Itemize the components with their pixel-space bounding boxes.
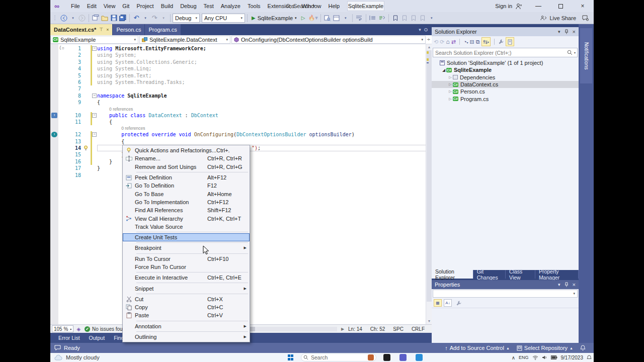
bookmark-icon[interactable] [391, 14, 399, 23]
chevron-down-icon[interactable]: ▾ [419, 27, 421, 32]
gear-icon[interactable]: ⛭ [424, 27, 428, 33]
context-menu-item-copy[interactable]: CopyCtrl+C [123, 303, 250, 311]
menu-help[interactable]: Help [325, 0, 344, 12]
window-position-dropdown-icon[interactable]: ▾ [558, 29, 560, 34]
tree-item-dependencies[interactable]: ▷Dependencies [432, 74, 579, 81]
breakpoint-margin[interactable] [50, 158, 66, 165]
property-pages-wrench-icon[interactable] [456, 300, 462, 306]
tool-tab-solution-explorer[interactable]: Solution Explorer [432, 270, 473, 279]
vertical-scrollbar[interactable]: ▲ ▼ [426, 44, 432, 324]
maximize-button[interactable] [549, 0, 572, 12]
menu-tools[interactable]: Tools [244, 0, 264, 12]
context-menu-item-force-run-to-cursor[interactable]: Force Run To Cursor [123, 263, 250, 271]
bell-icon[interactable] [580, 345, 586, 351]
scroll-right-arrow[interactable]: ▶ [341, 327, 344, 331]
notifications-tab[interactable]: Notifications [580, 28, 592, 83]
breakpoint-margin[interactable] [50, 99, 66, 106]
context-menu-item-track-value-source[interactable]: Track Value Source [123, 223, 250, 231]
context-menu-item-annotation[interactable]: Annotation▶ [123, 322, 250, 330]
taskbar-weather[interactable]: Mostly cloudy [54, 354, 100, 360]
pin-icon[interactable] [565, 29, 569, 34]
eol-indicator[interactable]: CRLF [412, 326, 425, 332]
tree-item-solution-sqliteexample-1-of-1-project[interactable]: Solution 'SqliteExample' (1 of 1 project… [432, 59, 579, 66]
taskbar-app-teams-icon[interactable] [399, 354, 407, 361]
comment-icon[interactable] [378, 14, 386, 23]
back-icon[interactable]: ⟲ [434, 39, 438, 45]
breakpoint-margin[interactable] [50, 65, 66, 72]
close-icon[interactable]: × [573, 282, 576, 288]
tree-expand-arrow[interactable]: ▷ [448, 97, 453, 101]
bottom-tab-error-list[interactable]: Error List [54, 333, 84, 343]
column-indicator[interactable]: Ch: 52 [370, 326, 385, 332]
solution-explorer-header[interactable]: Solution Explorer ▾ × [432, 27, 579, 36]
code-line-2[interactable]: 2using System; [50, 52, 432, 58]
code-line-7[interactable]: 7 [50, 85, 432, 92]
select-repository-button[interactable]: Select Repository ▲ [517, 345, 573, 351]
categorized-icon[interactable]: ▦ [434, 299, 442, 307]
menu-build[interactable]: Build [157, 0, 177, 12]
breakpoint-margin[interactable]: ↑ [50, 131, 66, 138]
context-menu-item-find-all-references[interactable]: Find All ReferencesShift+F12 [123, 206, 250, 214]
menu-debug[interactable]: Debug [177, 0, 200, 12]
context-menu-item-remove-and-sort-usings[interactable]: Remove and Sort UsingsCtrl+R, Ctrl+G [123, 163, 250, 171]
bookmark-prev-icon[interactable] [400, 14, 409, 23]
switch-views-icon[interactable]: ⇄ [451, 39, 456, 45]
code-line-4[interactable]: 4using System.Linq; [50, 65, 432, 72]
search-icon[interactable] [567, 50, 573, 55]
undo-dropdown[interactable]: ▾ [141, 14, 149, 23]
collapse-all-icon[interactable]: ⊟ [470, 39, 474, 45]
context-menu-item-quick-actions-and-refactorings[interactable]: Quick Actions and Refactorings...Ctrl+. [123, 146, 250, 154]
context-menu-item-outlining[interactable]: Outlining▶ [123, 333, 250, 341]
context-menu-item-create-unit-tests[interactable]: Create Unit Tests [123, 233, 250, 241]
solution-configuration-dropdown[interactable]: Debug▾ [173, 14, 200, 23]
language-indicator[interactable]: ENG [519, 355, 529, 360]
alphabetical-icon[interactable]: A↓ [444, 299, 452, 307]
code-line-11[interactable]: 11 { [50, 119, 432, 125]
close-icon[interactable]: × [573, 29, 576, 35]
code-line-13[interactable]: 13 { [50, 138, 432, 145]
start-debugging-button[interactable]: ▶ SqliteExample ▾ [250, 13, 299, 23]
tree-item-sqliteexample[interactable]: ◢C#SqliteExample [432, 66, 579, 73]
save-button[interactable] [110, 14, 118, 23]
hidden-icons-chevron[interactable]: ∧ [512, 355, 515, 360]
navbar-member-dropdown[interactable]: OnConfiguring(DbContextOptionsBuilder op… [231, 36, 426, 44]
word-wrap-icon[interactable] [355, 14, 363, 23]
context-menu-item-breakpoint[interactable]: Breakpoint▶ [123, 244, 250, 252]
context-menu-item-paste[interactable]: PasteCtrl+V [123, 311, 250, 319]
toolbar-options-overflow[interactable]: ▾ [428, 14, 436, 23]
split-editor-handle[interactable]: ÷ [426, 35, 432, 44]
tool-tab-property-manager[interactable]: Property Manager [535, 270, 579, 279]
breakpoint-margin[interactable] [50, 119, 66, 125]
navigate-forward-button[interactable] [78, 14, 86, 23]
start-button[interactable] [288, 354, 294, 360]
lightbulb-icon[interactable] [83, 145, 89, 151]
zoom-level-dropdown[interactable]: 105 %▾ [52, 325, 73, 332]
line-indicator[interactable]: Ln: 14 [348, 326, 362, 332]
indent-icon[interactable] [369, 14, 377, 23]
code-line-1[interactable]: 1−using Microsoft.EntityFrameworkCore; [50, 45, 432, 52]
breakpoint-margin[interactable] [50, 85, 66, 92]
feedback-icon[interactable] [582, 15, 589, 21]
redo-button[interactable]: ↷ [150, 14, 158, 23]
spaces-indicator[interactable]: SPC [393, 326, 404, 332]
bookmark-next-icon[interactable] [410, 14, 418, 23]
menu-git[interactable]: Git [119, 0, 133, 12]
solution-explorer-search[interactable]: ▾ [433, 48, 578, 57]
window-position-dropdown-icon[interactable]: ▾ [558, 282, 560, 287]
context-menu-item-go-to-definition[interactable]: Go To DefinitionF12 [123, 182, 250, 190]
doc-tab-personcs[interactable]: Person.cs [113, 24, 144, 35]
clock-date[interactable]: 9/17/2023 [561, 355, 584, 360]
menu-file[interactable]: File [67, 0, 84, 12]
battery-icon[interactable] [551, 355, 557, 359]
context-menu-item-peek-definition[interactable]: Peek DefinitionAlt+F12 [123, 173, 250, 182]
context-menu-item-go-to-base[interactable]: Go To BaseAlt+Home [123, 190, 250, 198]
menu-project[interactable]: Project [133, 0, 157, 12]
volume-icon[interactable] [542, 355, 547, 360]
save-all-button[interactable] [119, 14, 127, 23]
scrollbar-thumb[interactable] [427, 50, 432, 302]
minimize-button[interactable]: — [527, 0, 549, 12]
context-menu-item-view-call-hierarchy[interactable]: View Call HierarchyCtrl+K, Ctrl+T [123, 214, 250, 222]
tree-item-program-cs[interactable]: ▷C#Program.cs [432, 95, 579, 102]
pin-icon[interactable] [565, 282, 569, 287]
breakpoint-margin[interactable]: ↑ [50, 112, 66, 119]
